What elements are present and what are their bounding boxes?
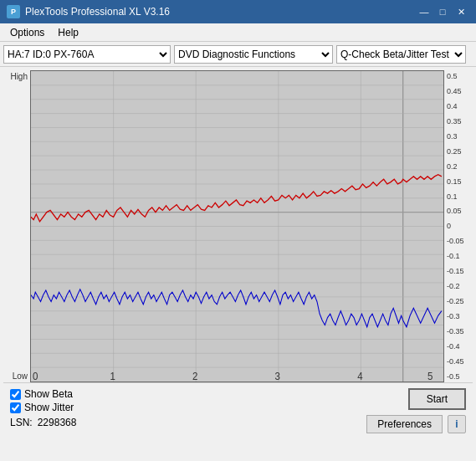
show-beta-checkbox[interactable] — [10, 389, 21, 400]
left-controls: Show Beta Show Jitter LSN: 2298368 — [10, 387, 76, 428]
start-button[interactable]: Start — [408, 388, 466, 410]
app-icon: P — [7, 5, 20, 18]
y-axis-right: 0.5 0.45 0.4 0.35 0.3 0.25 0.2 0.15 0.1 … — [444, 70, 473, 382]
chart-svg: 0 1 2 3 4 5 — [31, 71, 443, 382]
bottom-bar: Show Beta Show Jitter LSN: 2298368 Start… — [3, 382, 473, 458]
function-select[interactable]: DVD Diagnostic Functions — [174, 45, 333, 64]
svg-text:3: 3 — [275, 370, 281, 382]
right-controls: Start Preferences i — [366, 388, 466, 433]
drive-select[interactable]: HA:7 ID:0 PX-760A — [3, 45, 171, 64]
chart-container: High Low — [3, 70, 473, 382]
bottom-row2: Preferences i — [366, 415, 466, 433]
menu-bar: Options Help — [0, 23, 476, 42]
preferences-button[interactable]: Preferences — [366, 415, 443, 433]
svg-text:2: 2 — [192, 370, 198, 382]
lsn-area: LSN: 2298368 — [10, 417, 76, 428]
window-title: PlexTools Professional XL V3.16 — [25, 6, 170, 18]
title-controls: — □ ✕ — [416, 4, 469, 19]
chart-area: 0 1 2 3 4 5 — [30, 70, 444, 382]
lsn-value: 2298368 — [38, 417, 77, 428]
maximize-button[interactable]: □ — [434, 4, 451, 19]
show-beta-row: Show Beta — [10, 388, 76, 400]
menu-help[interactable]: Help — [51, 25, 85, 40]
title-bar: P PlexTools Professional XL V3.16 — □ ✕ — [0, 0, 476, 23]
main-content: High Low — [0, 67, 476, 461]
menu-options[interactable]: Options — [3, 25, 51, 40]
bottom-controls: Show Beta Show Jitter LSN: 2298368 Start… — [10, 387, 466, 454]
checkboxes: Show Beta Show Jitter — [10, 388, 76, 413]
show-jitter-row: Show Jitter — [10, 402, 76, 413]
svg-text:5: 5 — [427, 370, 433, 382]
y-left-low: Low — [3, 371, 28, 381]
show-jitter-label: Show Jitter — [24, 402, 74, 413]
y-left-high: High — [3, 72, 28, 81]
svg-text:1: 1 — [110, 370, 115, 382]
lsn-label: LSN: — [10, 417, 33, 428]
close-button[interactable]: ✕ — [453, 4, 469, 19]
title-bar-left: P PlexTools Professional XL V3.16 — [7, 5, 170, 18]
svg-text:0: 0 — [33, 370, 38, 382]
show-beta-label: Show Beta — [24, 388, 73, 400]
minimize-button[interactable]: — — [416, 4, 432, 19]
info-button[interactable]: i — [448, 415, 466, 433]
test-select[interactable]: Q-Check Beta/Jitter Test — [336, 45, 466, 64]
y-axis-left: High Low — [3, 70, 30, 382]
show-jitter-checkbox[interactable] — [10, 402, 21, 413]
svg-text:4: 4 — [357, 370, 363, 382]
toolbar: HA:7 ID:0 PX-760A DVD Diagnostic Functio… — [0, 42, 476, 67]
